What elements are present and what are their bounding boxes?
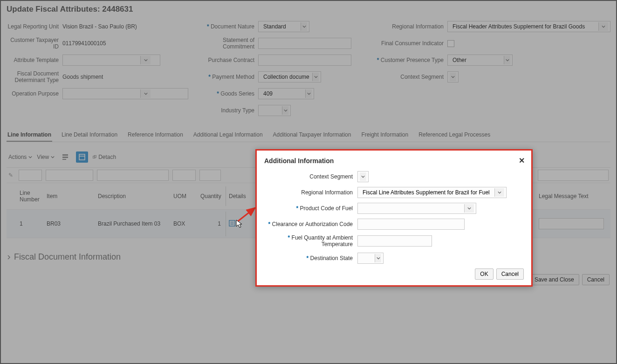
close-icon[interactable]: ✕: [519, 156, 525, 165]
chevron-down-icon[interactable]: [375, 254, 381, 262]
label-fuel-qty: Fuel Quantity at Ambient Temperature: [264, 234, 357, 248]
label-destination-state: Destination State: [264, 255, 357, 261]
additional-information-dialog: Additional Information ✕ Context Segment…: [255, 149, 533, 287]
clearance-code-input[interactable]: [357, 219, 465, 230]
destination-state-input[interactable]: [360, 254, 375, 262]
label-product-code-fuel: Product Code of Fuel: [264, 205, 357, 212]
regional-information-select[interactable]: [357, 187, 507, 198]
context-segment-select[interactable]: [357, 171, 369, 182]
product-code-fuel-combo[interactable]: [357, 203, 476, 214]
label-clearance-code: Clearance or Authorization Code: [264, 221, 357, 227]
chevron-down-icon[interactable]: [360, 172, 366, 181]
destination-state-combo[interactable]: [357, 253, 384, 264]
dialog-title: Additional Information: [264, 157, 524, 165]
dialog-footer: OK Cancel: [264, 268, 524, 280]
chevron-down-icon[interactable]: [494, 188, 504, 197]
label-regional-information: Regional Information: [264, 189, 357, 196]
label-context-segment: Context Segment: [264, 173, 357, 180]
ok-button[interactable]: OK: [475, 268, 493, 280]
product-code-fuel-input[interactable]: [360, 204, 464, 213]
fuel-qty-input[interactable]: [357, 235, 432, 247]
regional-information-value[interactable]: [360, 188, 494, 197]
chevron-down-icon[interactable]: [464, 204, 474, 213]
cancel-button[interactable]: Cancel: [496, 268, 524, 280]
